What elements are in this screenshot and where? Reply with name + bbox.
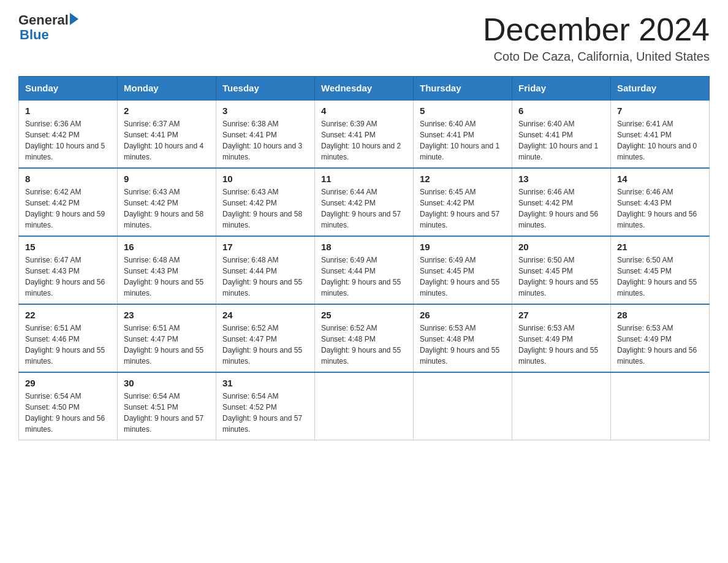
calendar-day-cell: 1 Sunrise: 6:36 AM Sunset: 4:42 PM Dayli… bbox=[19, 100, 118, 168]
calendar-day-cell: 15 Sunrise: 6:47 AM Sunset: 4:43 PM Dayl… bbox=[19, 236, 118, 304]
day-info: Sunrise: 6:36 AM Sunset: 4:42 PM Dayligh… bbox=[25, 118, 111, 163]
day-number: 16 bbox=[124, 242, 210, 252]
calendar-day-cell: 25 Sunrise: 6:52 AM Sunset: 4:48 PM Dayl… bbox=[315, 304, 414, 372]
day-number: 22 bbox=[25, 310, 111, 320]
day-info: Sunrise: 6:53 AM Sunset: 4:49 PM Dayligh… bbox=[518, 323, 604, 367]
calendar-day-cell: 22 Sunrise: 6:51 AM Sunset: 4:46 PM Dayl… bbox=[19, 304, 118, 372]
calendar-week-row: 29 Sunrise: 6:54 AM Sunset: 4:50 PM Dayl… bbox=[19, 372, 710, 440]
day-number: 7 bbox=[617, 105, 703, 116]
month-title: December 2024 bbox=[483, 12, 710, 47]
day-number: 28 bbox=[617, 310, 703, 320]
calendar-day-cell bbox=[611, 372, 710, 440]
logo-general: General bbox=[18, 12, 69, 28]
day-info: Sunrise: 6:41 AM Sunset: 4:41 PM Dayligh… bbox=[617, 118, 703, 163]
day-info: Sunrise: 6:42 AM Sunset: 4:42 PM Dayligh… bbox=[25, 186, 111, 231]
page-header: General Blue December 2024 Coto De Caza,… bbox=[18, 12, 710, 64]
day-number: 13 bbox=[518, 174, 604, 184]
day-number: 20 bbox=[518, 242, 604, 252]
title-area: December 2024 Coto De Caza, California, … bbox=[483, 12, 710, 64]
calendar-day-cell bbox=[414, 372, 512, 440]
day-info: Sunrise: 6:50 AM Sunset: 4:45 PM Dayligh… bbox=[617, 255, 703, 299]
day-info: Sunrise: 6:51 AM Sunset: 4:46 PM Dayligh… bbox=[25, 323, 111, 367]
day-number: 12 bbox=[420, 174, 506, 184]
calendar-day-cell: 27 Sunrise: 6:53 AM Sunset: 4:49 PM Dayl… bbox=[512, 304, 611, 372]
calendar-day-header: Thursday bbox=[414, 77, 512, 101]
calendar-day-cell: 11 Sunrise: 6:44 AM Sunset: 4:42 PM Dayl… bbox=[315, 168, 414, 236]
day-info: Sunrise: 6:52 AM Sunset: 4:48 PM Dayligh… bbox=[321, 323, 407, 367]
calendar-week-row: 1 Sunrise: 6:36 AM Sunset: 4:42 PM Dayli… bbox=[19, 100, 710, 168]
calendar-day-cell: 5 Sunrise: 6:40 AM Sunset: 4:41 PM Dayli… bbox=[414, 100, 512, 168]
calendar-day-cell: 4 Sunrise: 6:39 AM Sunset: 4:41 PM Dayli… bbox=[315, 100, 414, 168]
calendar-week-row: 22 Sunrise: 6:51 AM Sunset: 4:46 PM Dayl… bbox=[19, 304, 710, 372]
day-info: Sunrise: 6:47 AM Sunset: 4:43 PM Dayligh… bbox=[25, 255, 111, 299]
day-number: 6 bbox=[518, 105, 604, 116]
calendar-day-header: Saturday bbox=[611, 77, 710, 101]
calendar-day-cell: 10 Sunrise: 6:43 AM Sunset: 4:42 PM Dayl… bbox=[216, 168, 315, 236]
calendar-day-header: Monday bbox=[118, 77, 216, 101]
calendar-header-row: SundayMondayTuesdayWednesdayThursdayFrid… bbox=[19, 77, 710, 101]
day-number: 4 bbox=[321, 105, 407, 116]
day-info: Sunrise: 6:39 AM Sunset: 4:41 PM Dayligh… bbox=[321, 118, 407, 163]
calendar-day-cell: 29 Sunrise: 6:54 AM Sunset: 4:50 PM Dayl… bbox=[19, 372, 118, 440]
day-info: Sunrise: 6:46 AM Sunset: 4:42 PM Dayligh… bbox=[518, 186, 604, 231]
day-info: Sunrise: 6:43 AM Sunset: 4:42 PM Dayligh… bbox=[124, 186, 210, 231]
calendar-day-cell: 2 Sunrise: 6:37 AM Sunset: 4:41 PM Dayli… bbox=[118, 100, 216, 168]
day-info: Sunrise: 6:50 AM Sunset: 4:45 PM Dayligh… bbox=[518, 255, 604, 299]
day-number: 1 bbox=[25, 105, 111, 116]
calendar-day-header: Sunday bbox=[19, 77, 118, 101]
day-number: 11 bbox=[321, 174, 407, 184]
calendar-day-cell: 12 Sunrise: 6:45 AM Sunset: 4:42 PM Dayl… bbox=[414, 168, 512, 236]
calendar-day-cell bbox=[315, 372, 414, 440]
calendar-day-cell: 6 Sunrise: 6:40 AM Sunset: 4:41 PM Dayli… bbox=[512, 100, 611, 168]
calendar-day-cell: 13 Sunrise: 6:46 AM Sunset: 4:42 PM Dayl… bbox=[512, 168, 611, 236]
day-info: Sunrise: 6:49 AM Sunset: 4:44 PM Dayligh… bbox=[321, 255, 407, 299]
day-info: Sunrise: 6:53 AM Sunset: 4:49 PM Dayligh… bbox=[617, 323, 703, 367]
day-number: 2 bbox=[124, 105, 210, 116]
logo-arrow-icon bbox=[70, 13, 78, 25]
day-info: Sunrise: 6:37 AM Sunset: 4:41 PM Dayligh… bbox=[124, 118, 210, 163]
day-info: Sunrise: 6:54 AM Sunset: 4:51 PM Dayligh… bbox=[124, 391, 210, 435]
day-info: Sunrise: 6:44 AM Sunset: 4:42 PM Dayligh… bbox=[321, 186, 407, 231]
day-number: 30 bbox=[124, 378, 210, 388]
calendar-day-cell: 19 Sunrise: 6:49 AM Sunset: 4:45 PM Dayl… bbox=[414, 236, 512, 304]
calendar-day-cell bbox=[512, 372, 611, 440]
calendar-day-cell: 18 Sunrise: 6:49 AM Sunset: 4:44 PM Dayl… bbox=[315, 236, 414, 304]
day-info: Sunrise: 6:45 AM Sunset: 4:42 PM Dayligh… bbox=[420, 186, 506, 231]
day-info: Sunrise: 6:54 AM Sunset: 4:50 PM Dayligh… bbox=[25, 391, 111, 435]
day-number: 17 bbox=[222, 242, 308, 252]
day-info: Sunrise: 6:49 AM Sunset: 4:45 PM Dayligh… bbox=[420, 255, 506, 299]
day-number: 14 bbox=[617, 174, 703, 184]
day-number: 19 bbox=[420, 242, 506, 252]
location-subtitle: Coto De Caza, California, United States bbox=[483, 50, 710, 64]
day-number: 5 bbox=[420, 105, 506, 116]
calendar-day-cell: 7 Sunrise: 6:41 AM Sunset: 4:41 PM Dayli… bbox=[611, 100, 710, 168]
calendar-day-header: Friday bbox=[512, 77, 611, 101]
day-info: Sunrise: 6:48 AM Sunset: 4:43 PM Dayligh… bbox=[124, 255, 210, 299]
day-number: 8 bbox=[25, 174, 111, 184]
calendar-day-header: Wednesday bbox=[315, 77, 414, 101]
day-number: 25 bbox=[321, 310, 407, 320]
day-number: 18 bbox=[321, 242, 407, 252]
logo-blue: Blue bbox=[20, 27, 49, 42]
calendar-day-cell: 17 Sunrise: 6:48 AM Sunset: 4:44 PM Dayl… bbox=[216, 236, 315, 304]
day-number: 9 bbox=[124, 174, 210, 184]
day-number: 29 bbox=[25, 378, 111, 388]
calendar-day-cell: 30 Sunrise: 6:54 AM Sunset: 4:51 PM Dayl… bbox=[118, 372, 216, 440]
calendar-week-row: 8 Sunrise: 6:42 AM Sunset: 4:42 PM Dayli… bbox=[19, 168, 710, 236]
day-number: 26 bbox=[420, 310, 506, 320]
day-info: Sunrise: 6:48 AM Sunset: 4:44 PM Dayligh… bbox=[222, 255, 308, 299]
day-number: 31 bbox=[222, 378, 308, 388]
logo: General Blue bbox=[18, 12, 78, 44]
calendar-day-cell: 3 Sunrise: 6:38 AM Sunset: 4:41 PM Dayli… bbox=[216, 100, 315, 168]
day-number: 23 bbox=[124, 310, 210, 320]
day-number: 10 bbox=[222, 174, 308, 184]
calendar-week-row: 15 Sunrise: 6:47 AM Sunset: 4:43 PM Dayl… bbox=[19, 236, 710, 304]
day-info: Sunrise: 6:46 AM Sunset: 4:43 PM Dayligh… bbox=[617, 186, 703, 231]
day-info: Sunrise: 6:51 AM Sunset: 4:47 PM Dayligh… bbox=[124, 323, 210, 367]
day-info: Sunrise: 6:54 AM Sunset: 4:52 PM Dayligh… bbox=[222, 391, 308, 435]
calendar-day-cell: 23 Sunrise: 6:51 AM Sunset: 4:47 PM Dayl… bbox=[118, 304, 216, 372]
calendar-day-cell: 9 Sunrise: 6:43 AM Sunset: 4:42 PM Dayli… bbox=[118, 168, 216, 236]
day-number: 24 bbox=[222, 310, 308, 320]
day-number: 27 bbox=[518, 310, 604, 320]
day-number: 15 bbox=[25, 242, 111, 252]
